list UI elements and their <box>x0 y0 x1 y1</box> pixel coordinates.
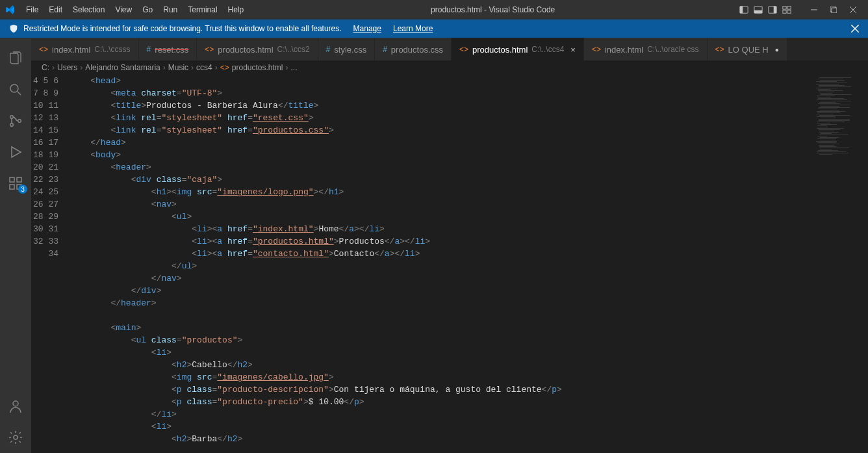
tab-2[interactable]: <>productos.htmlC:\..\ccs2 <box>197 38 318 60</box>
menu-go[interactable]: Go <box>137 0 158 19</box>
svg-point-13 <box>10 116 14 119</box>
customize-layout-icon[interactable] <box>780 3 794 17</box>
breadcrumb-separator: › <box>286 63 288 72</box>
breadcrumb-item[interactable]: C: <box>42 63 49 72</box>
svg-rect-5 <box>774 6 776 14</box>
file-icon: # <box>326 45 331 54</box>
activity-bar: 3 <box>0 38 31 453</box>
svg-rect-11 <box>832 8 837 13</box>
tab-filename: productos.html <box>218 45 273 55</box>
vscode-icon <box>5 5 16 15</box>
svg-rect-19 <box>17 177 21 182</box>
source-control-icon[interactable] <box>0 105 31 136</box>
restricted-text: Restricted Mode is intended for safe cod… <box>23 24 342 33</box>
menu-bar: File Edit Selection View Go Run Terminal… <box>21 0 249 19</box>
tab-filename: productos.html <box>472 45 528 55</box>
file-icon: # <box>383 45 387 54</box>
svg-rect-7 <box>787 6 791 9</box>
breadcrumb-item[interactable]: ccs4 <box>196 63 212 72</box>
shield-icon <box>9 24 18 33</box>
svg-point-12 <box>10 84 18 92</box>
toggle-panel-icon[interactable] <box>751 3 765 17</box>
svg-point-20 <box>13 401 18 406</box>
tab-filename: productos.css <box>391 45 443 55</box>
svg-rect-8 <box>783 10 786 13</box>
breadcrumb-item[interactable]: ... <box>291 63 298 72</box>
breadcrumb-item[interactable]: <> productos.html <box>220 63 283 72</box>
window-controls <box>804 0 863 19</box>
manage-link[interactable]: Manage <box>353 24 381 33</box>
tab-1[interactable]: #reset.css <box>139 38 198 60</box>
tab-filename: index.html <box>52 45 90 55</box>
svg-point-15 <box>18 120 21 123</box>
file-icon: # <box>147 45 151 54</box>
tab-6[interactable]: <>index.htmlC:\..\oracle css <box>584 38 708 60</box>
menu-terminal[interactable]: Terminal <box>183 0 222 19</box>
tab-4[interactable]: #productos.css <box>375 38 452 60</box>
menu-selection[interactable]: Selection <box>68 0 110 19</box>
window-title: productos.html - Visual Studio Code <box>249 5 737 14</box>
menu-run[interactable]: Run <box>158 0 183 19</box>
tab-path: C:\..\oracle css <box>647 45 698 54</box>
tab-filename: index.html <box>605 45 643 55</box>
breadcrumb-separator: › <box>163 63 166 72</box>
titlebar: File Edit Selection View Go Run Terminal… <box>0 0 868 19</box>
editor-area: <>index.htmlC:\..\ccsss#reset.css<>produ… <box>31 38 868 453</box>
maximize-button[interactable] <box>824 0 843 19</box>
breadcrumb-item[interactable]: Users <box>57 63 77 72</box>
menu-edit[interactable]: Edit <box>44 0 68 19</box>
menu-file[interactable]: File <box>21 0 44 19</box>
settings-gear-icon[interactable] <box>0 422 31 453</box>
menu-view[interactable]: View <box>110 0 137 19</box>
breadcrumbs[interactable]: C:›Users›Alejandro Santamaria›Music›ccs4… <box>31 60 868 75</box>
svg-rect-9 <box>787 10 791 13</box>
breadcrumb-separator: › <box>52 63 55 72</box>
svg-rect-3 <box>754 10 762 13</box>
tab-path: C:\..\ccs2 <box>277 45 310 54</box>
layout-controls <box>737 3 794 17</box>
minimize-button[interactable] <box>804 0 824 19</box>
svg-rect-1 <box>740 6 743 14</box>
breadcrumb-separator: › <box>80 63 83 72</box>
file-icon: <> <box>220 63 229 72</box>
svg-rect-17 <box>10 185 14 189</box>
breadcrumb-separator: › <box>215 63 218 72</box>
tab-0[interactable]: <>index.htmlC:\..\ccsss <box>31 38 139 60</box>
file-icon: <> <box>205 45 214 54</box>
run-debug-icon[interactable] <box>0 136 31 168</box>
tab-5[interactable]: <>productos.htmlC:\..\ccs4× <box>452 38 584 60</box>
tab-filename: style.css <box>334 45 366 55</box>
svg-point-14 <box>10 123 14 127</box>
editor-tabs: <>index.htmlC:\..\ccsss#reset.css<>produ… <box>31 38 868 60</box>
menu-help[interactable]: Help <box>223 0 249 19</box>
toggle-primary-sidebar-icon[interactable] <box>737 3 751 17</box>
breadcrumb-item[interactable]: Alejandro Santamaria <box>85 63 160 72</box>
tab-path: C:\..\ccsss <box>94 45 130 54</box>
code-content[interactable]: <head> <meta charset="UTF-8"> <title>Pro… <box>70 75 811 453</box>
tab-3[interactable]: #style.css <box>318 38 376 60</box>
search-icon[interactable] <box>0 74 31 105</box>
tab-filename: reset.css <box>155 45 188 55</box>
code-editor[interactable]: 4 5 6 7 8 9 10 11 12 13 14 15 16 17 18 1… <box>31 75 868 453</box>
toggle-secondary-sidebar-icon[interactable] <box>765 3 780 17</box>
learn-more-link[interactable]: Learn More <box>393 24 433 33</box>
minimap[interactable] <box>811 75 868 453</box>
tab-close-icon[interactable]: × <box>570 45 576 55</box>
tab-filename: LO QUE H <box>728 45 769 55</box>
file-icon: <> <box>459 45 468 54</box>
close-button[interactable] <box>843 0 863 19</box>
tab-7[interactable]: <>LO QUE H <box>708 38 787 60</box>
svg-rect-16 <box>10 177 14 182</box>
explorer-icon[interactable] <box>0 43 31 74</box>
svg-point-21 <box>14 435 18 439</box>
file-icon: <> <box>592 45 601 54</box>
line-number-gutter: 4 5 6 7 8 9 10 11 12 13 14 15 16 17 18 1… <box>31 75 70 453</box>
extensions-badge: 3 <box>18 185 27 194</box>
accounts-icon[interactable] <box>0 391 31 422</box>
banner-close-icon[interactable] <box>851 25 859 32</box>
extensions-icon[interactable]: 3 <box>0 168 31 199</box>
restricted-mode-banner: Restricted Mode is intended for safe cod… <box>0 19 868 38</box>
file-icon: <> <box>715 45 724 54</box>
file-icon: <> <box>39 45 48 54</box>
breadcrumb-item[interactable]: Music <box>168 63 188 72</box>
